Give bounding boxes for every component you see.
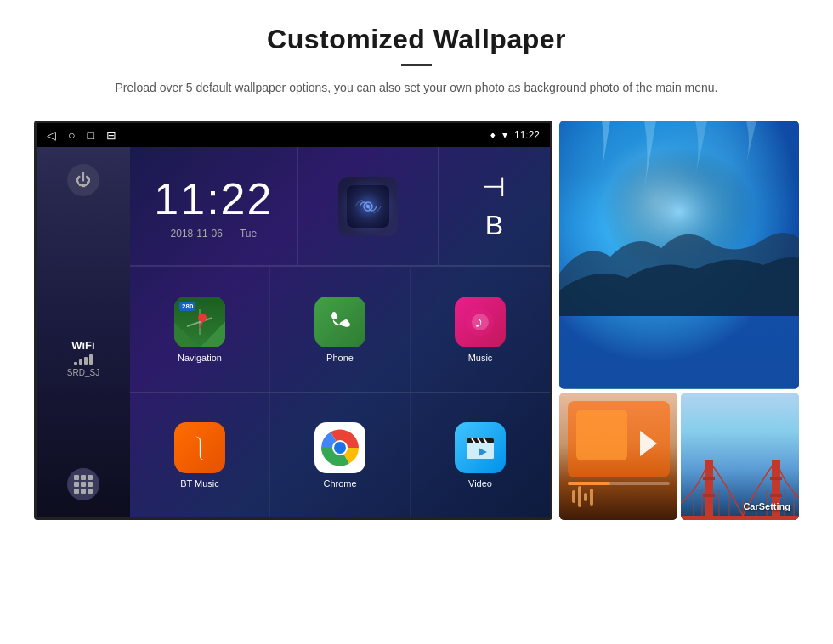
svg-text:♪: ♪	[474, 312, 483, 330]
clock-date: 2018-11-06 Tue	[171, 228, 258, 240]
video-svg	[463, 433, 497, 462]
wallpaper-bottom-left[interactable]	[559, 393, 677, 521]
back-icon: ◁	[47, 128, 56, 142]
chrome-svg	[320, 427, 360, 468]
svg-rect-25	[576, 410, 627, 460]
status-time: 11:22	[514, 129, 540, 141]
music-label: Music	[468, 353, 493, 363]
app-phone[interactable]: Phone	[270, 267, 411, 392]
svg-rect-29	[572, 490, 575, 503]
home-icon: ○	[68, 128, 75, 142]
k-icon: ⊣	[482, 171, 506, 203]
video-label: Video	[468, 478, 492, 489]
chrome-label: Chrome	[323, 478, 356, 489]
page-header: Customized Wallpaper Preload over 5 defa…	[0, 0, 833, 112]
screenshot-icon: ⊟	[106, 128, 116, 142]
status-bar-right: ♦ ▾ 11:22	[490, 129, 540, 141]
page-title: Customized Wallpaper	[85, 24, 748, 55]
music-icon: ♪	[455, 297, 506, 347]
clock-date-value: 2018-11-06	[171, 228, 223, 240]
ice-formations	[559, 121, 799, 388]
svg-rect-30	[578, 486, 581, 507]
svg-rect-40	[770, 477, 782, 480]
svg-rect-41	[770, 494, 782, 497]
svg-point-1	[351, 189, 385, 223]
btmusic-icon: ⎱	[174, 422, 225, 473]
svg-rect-38	[703, 477, 715, 480]
svg-rect-28	[568, 482, 610, 485]
app-row-2: ⎱ BT Music	[130, 392, 550, 517]
left-sidebar: ⏻ WiFi SRD_SJ	[37, 147, 130, 517]
navigation-icon: 280	[174, 297, 225, 347]
screen-body: ⏻ WiFi SRD_SJ	[37, 147, 550, 517]
svg-rect-32	[590, 489, 593, 506]
page-description: Preload over 5 default wallpaper options…	[85, 78, 748, 97]
apps-grid-icon	[74, 475, 93, 494]
recent-icon: □	[87, 128, 94, 142]
wifi-name: SRD_SJ	[67, 368, 99, 377]
svg-rect-35	[681, 516, 799, 520]
svg-rect-31	[584, 493, 587, 501]
title-divider	[401, 64, 432, 66]
svg-point-3	[364, 202, 372, 211]
kb-widget: ⊣ B	[439, 147, 550, 265]
wifi-bar-1	[74, 362, 77, 365]
power-button[interactable]: ⏻	[67, 164, 99, 196]
svg-point-2	[366, 205, 370, 208]
bottom-left-svg	[559, 393, 677, 521]
radio-widget[interactable]	[298, 147, 439, 265]
video-icon	[455, 422, 506, 473]
status-bar: ◁ ○ □ ⊟ ♦ ▾ 11:22	[37, 123, 550, 147]
status-bar-left: ◁ ○ □ ⊟	[47, 128, 116, 142]
clock-day: Tue	[240, 228, 257, 240]
wifi-info: WiFi SRD_SJ	[67, 339, 99, 377]
wallpaper-panel: CarSetting	[552, 121, 799, 520]
svg-point-13	[334, 442, 346, 454]
bluetooth-symbol: ⎱	[193, 434, 207, 461]
signal-icon: ▾	[502, 129, 507, 141]
app-navigation[interactable]: 280 Navigat	[130, 267, 270, 392]
b-icon: B	[485, 210, 503, 241]
wifi-bar-3	[84, 357, 88, 365]
wallpaper-ice-cave[interactable]	[559, 121, 799, 388]
wifi-bar-4	[89, 354, 93, 365]
radio-svg	[347, 185, 389, 228]
svg-point-7	[198, 314, 207, 322]
app-video[interactable]: Video	[411, 393, 550, 517]
app-music[interactable]: ♪ Music	[411, 267, 550, 392]
phone-icon	[314, 297, 366, 347]
location-icon: ♦	[490, 129, 496, 141]
btmusic-label: BT Music	[180, 478, 219, 489]
top-row: 11:22 2018-11-06 Tue	[130, 147, 550, 266]
wifi-bar-2	[79, 359, 82, 365]
phone-svg	[326, 308, 354, 336]
app-row-1: 280 Navigat	[130, 266, 550, 392]
app-chrome[interactable]: Chrome	[270, 393, 411, 517]
screen-main: 11:22 2018-11-06 Tue	[130, 147, 550, 517]
wallpaper-golden-gate[interactable]: CarSetting	[681, 393, 799, 521]
app-btmusic[interactable]: ⎱ BT Music	[130, 393, 270, 517]
clock-widget: 11:22 2018-11-06 Tue	[130, 147, 298, 265]
svg-rect-39	[703, 494, 715, 497]
nav-svg	[187, 309, 212, 335]
clock-time: 11:22	[154, 173, 273, 224]
wifi-label: WiFi	[67, 339, 99, 352]
wallpaper-bottom-row: CarSetting	[559, 393, 799, 521]
apps-button[interactable]	[67, 468, 99, 500]
svg-rect-0	[347, 185, 389, 228]
chrome-icon	[314, 422, 366, 473]
radio-icon	[338, 177, 398, 236]
main-content: ◁ ○ □ ⊟ ♦ ▾ 11:22 ⏻ WiFi	[0, 121, 833, 520]
phone-label: Phone	[326, 353, 354, 363]
music-svg: ♪	[466, 308, 495, 336]
android-screen: ◁ ○ □ ⊟ ♦ ▾ 11:22 ⏻ WiFi	[34, 121, 552, 520]
wifi-bars	[67, 354, 99, 365]
navigation-label: Navigation	[178, 353, 222, 363]
car-setting-label: CarSetting	[743, 501, 790, 511]
